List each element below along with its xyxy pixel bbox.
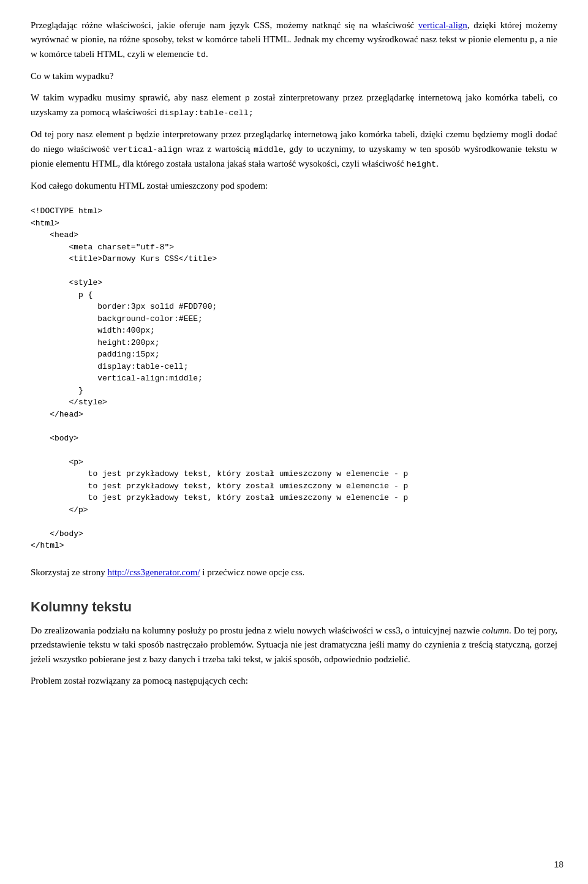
question-paragraph: Co w takim wypadku?	[31, 69, 557, 83]
column-italic: column	[482, 625, 509, 635]
section-paragraph-2: Problem został rozwiązany za pomocą nast…	[31, 674, 557, 688]
paragraph-2: W takim wypadku musimy sprawić, aby nasz…	[31, 91, 557, 120]
para3-pre: Od tej pory nasz element	[31, 129, 128, 139]
kolumny-tekstu-heading: Kolumny tekstu	[31, 597, 557, 618]
para1-text-end: .	[206, 49, 208, 59]
link-para-pre: Skorzystaj ze strony	[31, 567, 107, 577]
para1-code2: td	[196, 50, 206, 59]
para2-pre: W takim wypadku musimy sprawić, aby nasz…	[31, 93, 245, 102]
link-para-mid: i przećwicz nowe opcje css.	[200, 567, 305, 577]
html-code-block: <!DOCTYPE html> <html> <head> <meta char…	[31, 200, 557, 557]
page-content: Przeglądając różne właściwości, jakie of…	[31, 18, 557, 688]
para3-code4: height	[407, 160, 437, 169]
paragraph-3: Od tej pory nasz element p będzie interp…	[31, 127, 557, 172]
css3generator-link[interactable]: http://css3generator.com/	[107, 567, 200, 577]
para3-code3: middle	[254, 145, 284, 154]
para2-code2: display:table-cell;	[159, 108, 254, 118]
paragraph-1: Przeglądając różne właściwości, jakie of…	[31, 18, 557, 62]
para3-code1: p	[128, 130, 133, 140]
vertical-align-link[interactable]: vertical-align	[418, 20, 467, 30]
para1-text-pre: Przeglądając różne właściwości, jakie of…	[31, 20, 418, 30]
code-intro: Kod całego dokumentu HTML został umieszc…	[31, 179, 557, 193]
para3-code2: vertical-align	[113, 145, 183, 154]
para3-end: .	[436, 159, 439, 168]
section-para1-pre: Do zrealizowania podziału na kolumny pos…	[31, 625, 482, 635]
para1-code1: p	[530, 36, 535, 45]
section-paragraph-1: Do zrealizowania podziału na kolumny pos…	[31, 624, 557, 667]
para2-code1: p	[245, 94, 250, 103]
code-intro-text: Kod całego dokumentu HTML został umieszc…	[31, 181, 268, 191]
link-paragraph: Skorzystaj ze strony http://css3generato…	[31, 565, 557, 580]
para3-mid2: wraz z wartością	[183, 144, 254, 154]
question-text: Co w takim wypadku?	[31, 71, 113, 81]
